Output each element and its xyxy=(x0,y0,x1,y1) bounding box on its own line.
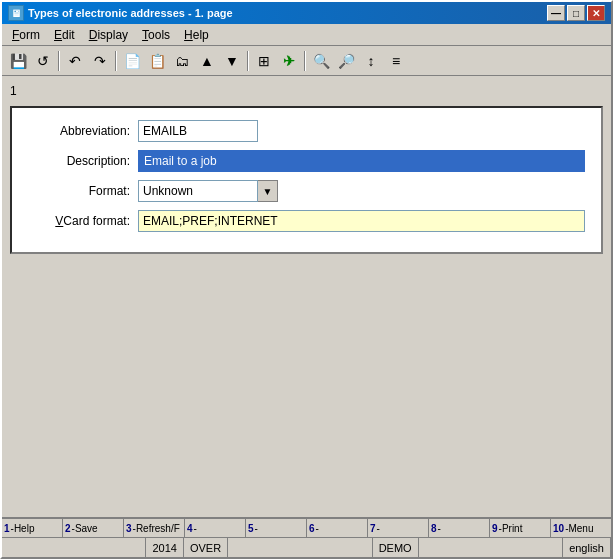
format-input[interactable] xyxy=(138,180,258,202)
fkey-6[interactable]: 6- xyxy=(307,519,368,537)
title-bar-left: 🖥 Types of electronic addresses - 1. pag… xyxy=(8,5,233,21)
fkey-10[interactable]: 10-Menu xyxy=(551,519,611,537)
content-area: 1 Abbreviation: Description: Format: ▼ xyxy=(2,76,611,517)
toolbar-sep-3 xyxy=(247,51,249,71)
description-input[interactable] xyxy=(138,150,585,172)
toolbar-sep-2 xyxy=(115,51,117,71)
fkey-5[interactable]: 5- xyxy=(246,519,307,537)
new-toolbar-btn[interactable]: 📄 xyxy=(120,49,144,73)
menu-edit[interactable]: Edit xyxy=(48,26,81,44)
fkey-7[interactable]: 7- xyxy=(368,519,429,537)
table-toolbar-btn[interactable]: ⊞ xyxy=(252,49,276,73)
down-toolbar-btn[interactable]: ▼ xyxy=(220,49,244,73)
status-info: 2014 OVER DEMO english xyxy=(2,538,611,557)
window-icon: 🖥 xyxy=(8,5,24,21)
status-year: 2014 xyxy=(146,538,183,557)
format-dropdown-btn[interactable]: ▼ xyxy=(258,180,278,202)
status-empty2 xyxy=(228,538,372,557)
window-title: Types of electronic addresses - 1. page xyxy=(28,7,233,19)
minimize-button[interactable]: — xyxy=(547,5,565,21)
status-bar: 1-Help 2-Save 3-Refresh/F 4- 5- 6- 7- 8-… xyxy=(2,517,611,557)
up-toolbar-btn[interactable]: ▲ xyxy=(195,49,219,73)
status-language: english xyxy=(563,538,611,557)
main-window: 🖥 Types of electronic addresses - 1. pag… xyxy=(0,0,613,559)
abbreviation-input[interactable] xyxy=(138,120,258,142)
extra-toolbar-btn[interactable]: ≡ xyxy=(384,49,408,73)
undo-toolbar-btn[interactable]: ↶ xyxy=(63,49,87,73)
fkey-8[interactable]: 8- xyxy=(429,519,490,537)
fkey-4[interactable]: 4- xyxy=(185,519,246,537)
description-label: Description: xyxy=(28,154,138,168)
menu-bar: Form Edit Display Tools Help xyxy=(2,24,611,46)
format-row: Format: ▼ xyxy=(28,180,585,202)
vcard-row: VCard format: xyxy=(28,210,585,232)
redo-toolbar-btn[interactable]: ↷ xyxy=(88,49,112,73)
vcard-input[interactable] xyxy=(138,210,585,232)
record-indicator: 1 xyxy=(10,84,603,98)
menu-tools[interactable]: Tools xyxy=(136,26,176,44)
search2-toolbar-btn[interactable]: 🔎 xyxy=(334,49,358,73)
maximize-button[interactable]: □ xyxy=(567,5,585,21)
function-keys: 1-Help 2-Save 3-Refresh/F 4- 5- 6- 7- 8-… xyxy=(2,519,611,538)
abbreviation-label: Abbreviation: xyxy=(28,124,138,138)
sort-toolbar-btn[interactable]: ↕ xyxy=(359,49,383,73)
abbreviation-row: Abbreviation: xyxy=(28,120,585,142)
fkey-1[interactable]: 1-Help xyxy=(2,519,63,537)
close-button[interactable]: ✕ xyxy=(587,5,605,21)
export-toolbar-btn[interactable]: ✈ xyxy=(277,49,301,73)
cut-toolbar-btn[interactable]: 🗂 xyxy=(170,49,194,73)
menu-form[interactable]: Form xyxy=(6,26,46,44)
status-mode: OVER xyxy=(184,538,228,557)
refresh-toolbar-btn[interactable]: ↺ xyxy=(31,49,55,73)
fkey-3[interactable]: 3-Refresh/F xyxy=(124,519,185,537)
description-row: Description: xyxy=(28,150,585,172)
vcard-label: VCard format: xyxy=(28,214,138,228)
menu-help[interactable]: Help xyxy=(178,26,215,44)
toolbar-sep-4 xyxy=(304,51,306,71)
title-bar-buttons: — □ ✕ xyxy=(547,5,605,21)
status-demo: DEMO xyxy=(373,538,419,557)
format-label: Format: xyxy=(28,184,138,198)
toolbar: 💾 ↺ ↶ ↷ 📄 📋 🗂 ▲ ▼ ⊞ ✈ 🔍 🔎 ↕ ≡ xyxy=(2,46,611,76)
status-empty3 xyxy=(419,538,563,557)
save-toolbar-btn[interactable]: 💾 xyxy=(6,49,30,73)
copy-toolbar-btn[interactable]: 📋 xyxy=(145,49,169,73)
title-bar: 🖥 Types of electronic addresses - 1. pag… xyxy=(2,2,611,24)
fkey-9[interactable]: 9-Print xyxy=(490,519,551,537)
status-empty xyxy=(2,538,146,557)
menu-display[interactable]: Display xyxy=(83,26,134,44)
format-container: ▼ xyxy=(138,180,278,202)
toolbar-sep-1 xyxy=(58,51,60,71)
fkey-2[interactable]: 2-Save xyxy=(63,519,124,537)
search1-toolbar-btn[interactable]: 🔍 xyxy=(309,49,333,73)
form-area: Abbreviation: Description: Format: ▼ VCa… xyxy=(10,106,603,254)
